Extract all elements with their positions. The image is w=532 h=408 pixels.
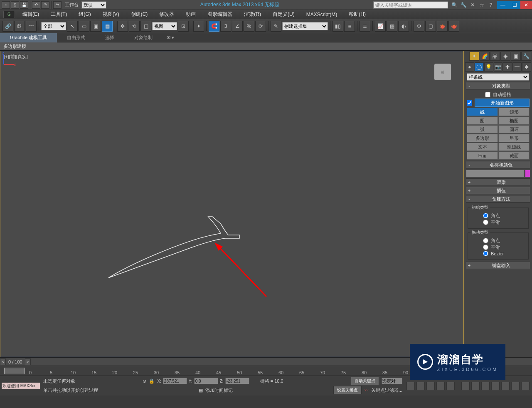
ellipse-button[interactable]: 椭圆 bbox=[498, 116, 530, 125]
donut-button[interactable]: 圆环 bbox=[498, 125, 530, 134]
curve-editor-icon[interactable]: 📈 bbox=[375, 21, 386, 32]
lights-icon[interactable]: 💡 bbox=[484, 62, 493, 72]
percent-snap-icon[interactable]: % bbox=[244, 21, 254, 32]
rollout-interp[interactable]: +插值 bbox=[466, 187, 530, 194]
mirror-icon[interactable]: ▮▯ bbox=[332, 21, 343, 32]
menu-rendering[interactable]: 渲染(R) bbox=[238, 11, 267, 18]
lock-icon[interactable]: ⊘ bbox=[143, 378, 146, 384]
schematic-icon[interactable]: ▧ bbox=[387, 21, 397, 32]
startnew-checkbox[interactable] bbox=[467, 100, 472, 106]
menu-graph-editors[interactable]: 图形编辑器 bbox=[202, 11, 238, 18]
text-button[interactable]: 文本 bbox=[467, 143, 498, 151]
angle-snap-icon[interactable]: ∠ bbox=[232, 21, 243, 32]
utilities-tab-icon[interactable]: 🔧 bbox=[521, 52, 531, 61]
fov-icon[interactable] bbox=[511, 382, 520, 390]
script-listener[interactable]: 欢迎使用 MAXScr bbox=[0, 376, 42, 396]
y-input[interactable] bbox=[194, 378, 218, 384]
menu-help[interactable]: 帮助(H) bbox=[343, 11, 372, 18]
minimize-button[interactable]: — bbox=[497, 1, 509, 9]
zoom-all-icon[interactable] bbox=[471, 382, 480, 390]
egg-button[interactable]: Egg bbox=[467, 151, 498, 160]
star-button[interactable]: 星形 bbox=[498, 134, 530, 142]
selection-filter-dropdown[interactable]: 全部 bbox=[41, 22, 66, 30]
spinner-snap-icon[interactable]: ⟳ bbox=[255, 21, 266, 32]
search-icon[interactable]: 🔍 bbox=[451, 1, 458, 9]
pivot-icon[interactable]: ⊡ bbox=[178, 21, 189, 32]
spacewarps-icon[interactable]: 〰 bbox=[512, 62, 522, 72]
zoom-extents-icon[interactable] bbox=[501, 382, 510, 390]
undo-icon[interactable]: ↶ bbox=[32, 1, 40, 9]
unlink-icon[interactable]: ⛓ bbox=[14, 21, 25, 32]
key-filters-icon[interactable]: 〰 bbox=[364, 388, 369, 393]
rotate-icon[interactable]: ⟲ bbox=[129, 21, 140, 32]
geometry-icon[interactable]: ● bbox=[465, 62, 474, 72]
start-new-shape-button[interactable]: 开始新图形 bbox=[475, 99, 530, 107]
named-sets-edit-icon[interactable]: ✎ bbox=[271, 21, 281, 32]
snap-icon[interactable]: 3 bbox=[220, 21, 231, 32]
time-tag-icon[interactable]: ▤ bbox=[199, 388, 203, 393]
render-prod-icon[interactable]: 🫖 bbox=[448, 21, 459, 32]
help-icon[interactable]: ? bbox=[487, 1, 495, 9]
track-next-icon[interactable]: > bbox=[25, 359, 31, 365]
menu-maxscript[interactable]: MAXScript(M) bbox=[300, 12, 343, 17]
drag-smooth-radio[interactable] bbox=[483, 245, 488, 250]
rectangle-button[interactable]: 矩形 bbox=[498, 108, 530, 116]
tab-paint[interactable]: 对象绘制 bbox=[124, 33, 163, 42]
autogrid-checkbox[interactable] bbox=[485, 92, 490, 97]
track-prev-icon[interactable]: < bbox=[0, 359, 6, 365]
render-icon[interactable]: 🫖 bbox=[437, 21, 448, 32]
render-setup-icon[interactable]: ⚙ bbox=[414, 21, 424, 32]
viewport[interactable]: [+][前][真实] 前 x z bbox=[0, 51, 464, 357]
drag-bezier-radio[interactable] bbox=[483, 251, 488, 256]
open-icon[interactable]: ⎘ bbox=[11, 1, 19, 9]
select-name-icon[interactable]: ▭ bbox=[79, 21, 89, 32]
line-button[interactable]: 线 bbox=[467, 108, 498, 116]
menu-create[interactable]: 创建(C) bbox=[125, 11, 154, 18]
rollout-keyboard[interactable]: +键盘输入 bbox=[466, 262, 530, 269]
rollout-render[interactable]: +渲染 bbox=[466, 178, 530, 186]
set-key-button[interactable]: 设置关键点 bbox=[333, 386, 362, 394]
search-input[interactable] bbox=[373, 1, 448, 9]
key-icon[interactable]: 🔧 bbox=[460, 1, 467, 9]
zoom-icon[interactable] bbox=[461, 382, 470, 390]
rollout-create-method[interactable]: -创建方法 bbox=[466, 195, 530, 203]
menu-group[interactable]: 组(G) bbox=[73, 11, 96, 18]
z-input[interactable] bbox=[225, 378, 249, 384]
link-icon[interactable]: 🔗 bbox=[2, 21, 13, 32]
manipulate-icon[interactable]: ✦ bbox=[193, 21, 204, 32]
workspace-selector[interactable]: 工作台: 默认 bbox=[65, 1, 106, 9]
menu-customize[interactable]: 自定义(U) bbox=[267, 11, 300, 18]
next-frame-icon[interactable] bbox=[436, 382, 445, 390]
color-swatch[interactable] bbox=[525, 170, 530, 177]
window-crossing-icon[interactable]: ▦ bbox=[102, 21, 113, 32]
workspace-dropdown[interactable]: 默认 bbox=[81, 1, 106, 9]
save-icon[interactable]: 💾 bbox=[20, 1, 28, 9]
tab-selection[interactable]: 选择 bbox=[95, 33, 124, 42]
subcategory-dropdown[interactable]: 样条线 bbox=[467, 73, 529, 81]
helpers-icon[interactable]: ✚ bbox=[503, 62, 512, 72]
initial-corner-radio[interactable] bbox=[483, 213, 488, 218]
menu-edit[interactable]: 编辑(E) bbox=[17, 11, 45, 18]
material-editor-icon[interactable]: ◐ bbox=[398, 21, 409, 32]
circle-button[interactable]: 圆 bbox=[467, 116, 498, 125]
drag-corner-radio[interactable] bbox=[483, 238, 488, 243]
x-input[interactable] bbox=[163, 378, 187, 384]
goto-end-icon[interactable] bbox=[446, 382, 455, 390]
bind-space-warp-icon[interactable]: 〰 bbox=[26, 21, 37, 32]
rollout-name-color[interactable]: -名称和颜色 bbox=[466, 161, 530, 168]
display-tab-icon[interactable]: ▣ bbox=[511, 52, 521, 61]
menu-views[interactable]: 视图(V) bbox=[97, 11, 125, 18]
motion-tab-icon[interactable]: ◉ bbox=[500, 52, 510, 61]
tab-graphite[interactable]: Graphite 建模工具 bbox=[0, 33, 57, 42]
menu-tools[interactable]: 工具(T) bbox=[45, 11, 73, 18]
shapes-icon[interactable]: ◯ bbox=[475, 62, 484, 72]
prev-frame-icon[interactable] bbox=[416, 382, 425, 390]
ribbon-collapse-icon[interactable]: ✉ ▾ bbox=[163, 35, 178, 40]
ngon-button[interactable]: 多边形 bbox=[467, 134, 498, 142]
time-tag-label[interactable]: 添加时间标记 bbox=[205, 387, 233, 393]
auto-key-button[interactable]: 自动关键点 bbox=[351, 377, 379, 385]
move-icon[interactable]: ✥ bbox=[117, 21, 128, 32]
app-menu-icon[interactable]: G bbox=[3, 11, 15, 18]
orbit-icon[interactable] bbox=[491, 382, 500, 390]
helix-button[interactable]: 螺旋线 bbox=[498, 143, 530, 151]
